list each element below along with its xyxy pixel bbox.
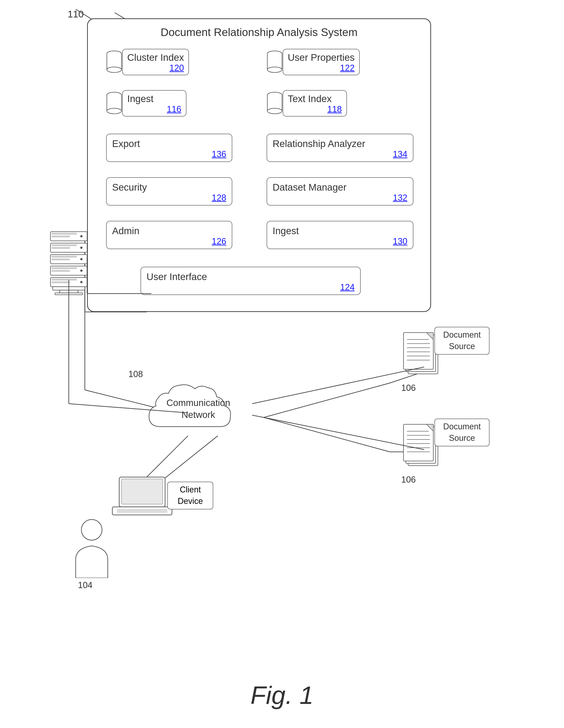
text-index-name: Text Index xyxy=(288,93,331,104)
export-number: 136 xyxy=(212,149,226,159)
ingest-130-name: Ingest xyxy=(273,225,299,236)
client-device-label: Client Device xyxy=(167,482,213,509)
svg-rect-48 xyxy=(52,270,70,272)
svg-rect-39 xyxy=(52,244,77,246)
text-index-number: 118 xyxy=(327,104,342,114)
document-source-1-label: Document Source xyxy=(434,327,489,355)
ingest-116-container: Ingest 116 xyxy=(106,90,187,117)
document-source-2-label: Document Source xyxy=(434,419,489,446)
cluster-index-name: Cluster Index xyxy=(127,52,184,63)
network-label: Communication Network xyxy=(158,397,239,421)
ref-108: 108 xyxy=(128,369,143,379)
ingest-116-box: Ingest 116 xyxy=(122,90,187,117)
ingest-130-number: 130 xyxy=(393,236,407,246)
system-box: Document Relationship Analysis System Cl… xyxy=(87,18,431,312)
admin-box: Admin 126 xyxy=(106,221,232,249)
user-properties-box: User Properties 122 xyxy=(283,49,360,75)
svg-rect-54 xyxy=(60,290,78,293)
svg-point-38 xyxy=(80,247,83,249)
user-properties-container: User Properties 122 xyxy=(267,49,360,75)
svg-point-42 xyxy=(80,258,83,260)
ingest-116-db-icon xyxy=(106,91,122,116)
cluster-index-box: Cluster Index 120 xyxy=(122,49,189,75)
dataset-manager-number: 132 xyxy=(393,193,407,203)
svg-rect-36 xyxy=(52,236,70,237)
communication-network: Communication Network 108 xyxy=(142,381,239,446)
user-interface-name: User Interface xyxy=(147,271,207,282)
client-device: Client Device xyxy=(110,475,174,522)
svg-rect-35 xyxy=(52,233,77,235)
relationship-analyzer-number: 134 xyxy=(393,149,407,159)
svg-point-85 xyxy=(81,520,102,540)
text-index-db-icon xyxy=(267,91,283,116)
cluster-index-number: 120 xyxy=(170,63,184,73)
ref-104: 104 xyxy=(78,580,92,590)
admin-number: 126 xyxy=(212,236,226,246)
svg-line-91 xyxy=(252,415,424,450)
svg-line-90 xyxy=(252,367,424,404)
laptop-icon xyxy=(110,475,174,521)
svg-rect-82 xyxy=(122,479,163,504)
export-box: Export 136 xyxy=(106,134,232,162)
svg-rect-53 xyxy=(53,287,85,290)
svg-rect-51 xyxy=(52,279,77,281)
dataset-manager-box: Dataset Manager 132 xyxy=(267,177,413,206)
svg-rect-63 xyxy=(403,333,433,369)
export-name: Export xyxy=(112,138,140,149)
relationship-analyzer-box: Relationship Analyzer 134 xyxy=(267,134,413,162)
user-properties-name: User Properties xyxy=(288,52,355,63)
svg-rect-47 xyxy=(52,267,77,269)
user-interface-box: User Interface 124 xyxy=(141,267,361,295)
diagram: 110 Document Relationship Analysis Syste… xyxy=(0,0,564,728)
person-icon xyxy=(69,518,115,578)
ref-106-2: 106 xyxy=(401,475,416,485)
text-index-box: Text Index 118 xyxy=(283,90,347,117)
server-stack xyxy=(46,229,92,304)
svg-point-50 xyxy=(80,281,83,283)
svg-point-17 xyxy=(107,67,122,72)
dataset-manager-name: Dataset Manager xyxy=(273,182,346,193)
ingest-116-number: 116 xyxy=(167,104,181,114)
user-properties-db-icon xyxy=(267,50,283,75)
ingest-116-name: Ingest xyxy=(127,93,153,104)
document-source-1: Document Source 106 xyxy=(401,326,447,377)
svg-rect-55 xyxy=(55,293,83,295)
admin-name: Admin xyxy=(112,225,139,236)
figure-label: Fig. 1 xyxy=(0,681,564,710)
svg-rect-52 xyxy=(52,281,70,283)
text-index-container: Text Index 118 xyxy=(267,90,347,117)
cluster-index-container: Cluster Index 120 xyxy=(106,49,189,75)
system-title: Document Relationship Analysis System xyxy=(88,26,430,39)
svg-point-22 xyxy=(267,67,282,72)
security-name: Security xyxy=(112,182,147,193)
document-source-2: Document Source 106 xyxy=(401,417,447,469)
svg-point-27 xyxy=(107,108,122,114)
svg-point-46 xyxy=(80,270,83,272)
svg-rect-40 xyxy=(52,247,70,249)
svg-point-34 xyxy=(80,235,83,237)
user-properties-number: 122 xyxy=(340,63,354,73)
svg-rect-73 xyxy=(403,424,433,461)
svg-rect-84 xyxy=(117,509,167,513)
cluster-index-db-icon xyxy=(106,50,122,75)
ref-106-1: 106 xyxy=(401,383,416,393)
security-box: Security 128 xyxy=(106,177,232,206)
user-person: 104 xyxy=(69,518,115,579)
svg-point-32 xyxy=(267,108,282,114)
relationship-analyzer-name: Relationship Analyzer xyxy=(273,138,365,149)
svg-rect-44 xyxy=(52,258,70,260)
svg-line-7 xyxy=(264,417,390,452)
security-number: 128 xyxy=(212,193,226,203)
svg-line-5 xyxy=(264,383,390,417)
ingest-130-box: Ingest 130 xyxy=(267,221,413,249)
server-stack-icon xyxy=(46,229,92,303)
svg-rect-43 xyxy=(52,256,77,258)
user-interface-number: 124 xyxy=(340,282,355,292)
